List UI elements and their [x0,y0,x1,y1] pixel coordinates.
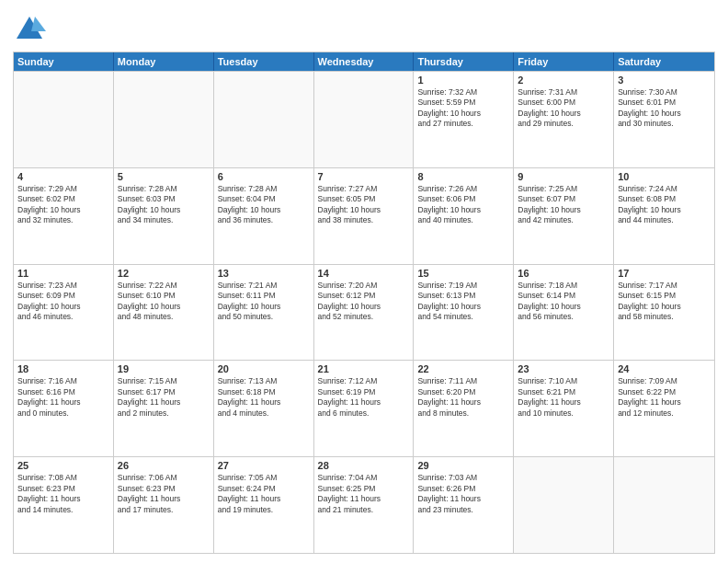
calendar-cell [114,72,214,167]
day-number: 7 [318,171,410,182]
calendar-cell: 27Sunrise: 7:05 AM Sunset: 6:24 PM Dayli… [214,457,314,553]
day-info: Sunrise: 7:29 AM Sunset: 6:02 PM Dayligh… [17,184,109,226]
day-number: 24 [618,363,711,374]
calendar-cell: 19Sunrise: 7:15 AM Sunset: 6:17 PM Dayli… [114,361,214,456]
calendar-cell [14,72,114,167]
calendar-row: 4Sunrise: 7:29 AM Sunset: 6:02 PM Daylig… [14,167,714,264]
day-info: Sunrise: 7:19 AM Sunset: 6:13 PM Dayligh… [417,281,509,323]
day-info: Sunrise: 7:27 AM Sunset: 6:05 PM Dayligh… [318,184,410,226]
day-info: Sunrise: 7:28 AM Sunset: 6:03 PM Dayligh… [118,184,210,226]
logo [13,13,50,46]
calendar-cell: 5Sunrise: 7:28 AM Sunset: 6:03 PM Daylig… [114,168,214,264]
calendar-cell: 10Sunrise: 7:24 AM Sunset: 6:08 PM Dayli… [614,168,714,264]
day-info: Sunrise: 7:30 AM Sunset: 6:01 PM Dayligh… [618,87,711,130]
day-number: 8 [417,171,509,182]
calendar-row: 1Sunrise: 7:32 AM Sunset: 5:59 PM Daylig… [14,71,714,167]
calendar-cell: 15Sunrise: 7:19 AM Sunset: 6:13 PM Dayli… [414,265,514,361]
calendar-cell: 2Sunrise: 7:31 AM Sunset: 6:00 PM Daylig… [514,72,614,167]
calendar-cell: 21Sunrise: 7:12 AM Sunset: 6:19 PM Dayli… [314,361,415,456]
calendar-cell: 26Sunrise: 7:06 AM Sunset: 6:23 PM Dayli… [114,457,214,553]
day-info: Sunrise: 7:21 AM Sunset: 6:11 PM Dayligh… [218,281,310,323]
day-number: 19 [118,363,210,374]
day-info: Sunrise: 7:25 AM Sunset: 6:07 PM Dayligh… [518,184,609,226]
day-info: Sunrise: 7:12 AM Sunset: 6:19 PM Dayligh… [318,376,410,419]
calendar-cell: 8Sunrise: 7:26 AM Sunset: 6:06 PM Daylig… [414,168,514,264]
day-number: 5 [118,171,210,182]
calendar-cell: 6Sunrise: 7:28 AM Sunset: 6:04 PM Daylig… [214,168,314,264]
cal-header-day: Friday [514,52,614,71]
calendar-cell: 23Sunrise: 7:10 AM Sunset: 6:21 PM Dayli… [514,361,614,456]
calendar-cell: 16Sunrise: 7:18 AM Sunset: 6:14 PM Dayli… [514,265,614,361]
calendar-cell: 13Sunrise: 7:21 AM Sunset: 6:11 PM Dayli… [214,265,314,361]
calendar-cell: 17Sunrise: 7:17 AM Sunset: 6:15 PM Dayli… [614,265,714,361]
day-info: Sunrise: 7:15 AM Sunset: 6:17 PM Dayligh… [118,376,210,419]
day-info: Sunrise: 7:23 AM Sunset: 6:09 PM Dayligh… [17,281,109,323]
day-info: Sunrise: 7:22 AM Sunset: 6:10 PM Dayligh… [118,281,210,323]
cal-header-day: Thursday [414,52,514,71]
day-number: 9 [518,171,609,182]
day-number: 4 [17,171,109,182]
calendar-cell [514,457,614,553]
day-number: 2 [518,75,609,86]
calendar-cell: 18Sunrise: 7:16 AM Sunset: 6:16 PM Dayli… [14,361,114,456]
day-number: 28 [318,460,410,471]
calendar-cell [314,72,415,167]
cal-header-day: Wednesday [314,52,415,71]
day-number: 22 [417,363,509,374]
day-number: 29 [417,460,509,471]
calendar-cell: 22Sunrise: 7:11 AM Sunset: 6:20 PM Dayli… [414,361,514,456]
day-number: 27 [218,460,310,471]
calendar-header: SundayMondayTuesdayWednesdayThursdayFrid… [14,52,714,71]
calendar-cell: 29Sunrise: 7:03 AM Sunset: 6:26 PM Dayli… [414,457,514,553]
day-number: 3 [618,75,711,86]
day-info: Sunrise: 7:18 AM Sunset: 6:14 PM Dayligh… [518,281,609,323]
day-info: Sunrise: 7:32 AM Sunset: 5:59 PM Dayligh… [417,87,509,130]
calendar-cell: 24Sunrise: 7:09 AM Sunset: 6:22 PM Dayli… [614,361,714,456]
day-number: 15 [417,268,509,279]
svg-marker-1 [31,17,46,31]
cal-header-day: Saturday [614,52,714,71]
header [13,9,715,46]
calendar-cell: 20Sunrise: 7:13 AM Sunset: 6:18 PM Dayli… [214,361,314,456]
day-info: Sunrise: 7:08 AM Sunset: 6:23 PM Dayligh… [17,473,109,515]
cal-header-day: Monday [114,52,214,71]
day-info: Sunrise: 7:05 AM Sunset: 6:24 PM Dayligh… [218,473,310,515]
calendar-cell: 25Sunrise: 7:08 AM Sunset: 6:23 PM Dayli… [14,457,114,553]
day-number: 23 [518,363,609,374]
day-info: Sunrise: 7:11 AM Sunset: 6:20 PM Dayligh… [417,376,509,419]
calendar-cell: 3Sunrise: 7:30 AM Sunset: 6:01 PM Daylig… [614,72,714,167]
day-number: 1 [417,75,509,86]
page: SundayMondayTuesdayWednesdayThursdayFrid… [0,0,728,563]
cal-header-day: Sunday [14,52,114,71]
calendar-cell: 14Sunrise: 7:20 AM Sunset: 6:12 PM Dayli… [314,265,415,361]
day-number: 26 [118,460,210,471]
day-info: Sunrise: 7:09 AM Sunset: 6:22 PM Dayligh… [618,376,711,419]
calendar-cell: 28Sunrise: 7:04 AM Sunset: 6:25 PM Dayli… [314,457,415,553]
calendar-row: 18Sunrise: 7:16 AM Sunset: 6:16 PM Dayli… [14,360,714,456]
day-info: Sunrise: 7:13 AM Sunset: 6:18 PM Dayligh… [218,376,310,419]
day-info: Sunrise: 7:20 AM Sunset: 6:12 PM Dayligh… [318,281,410,323]
day-number: 10 [618,171,711,182]
day-number: 14 [318,268,410,279]
calendar-cell: 7Sunrise: 7:27 AM Sunset: 6:05 PM Daylig… [314,168,415,264]
day-info: Sunrise: 7:26 AM Sunset: 6:06 PM Dayligh… [417,184,509,226]
day-info: Sunrise: 7:28 AM Sunset: 6:04 PM Dayligh… [218,184,310,226]
calendar-cell: 4Sunrise: 7:29 AM Sunset: 6:02 PM Daylig… [14,168,114,264]
day-number: 25 [17,460,109,471]
calendar-row: 11Sunrise: 7:23 AM Sunset: 6:09 PM Dayli… [14,264,714,361]
calendar-cell [214,72,314,167]
day-info: Sunrise: 7:31 AM Sunset: 6:00 PM Dayligh… [518,87,609,130]
calendar-cell: 9Sunrise: 7:25 AM Sunset: 6:07 PM Daylig… [514,168,614,264]
day-number: 21 [318,363,410,374]
day-number: 20 [218,363,310,374]
calendar-cell: 12Sunrise: 7:22 AM Sunset: 6:10 PM Dayli… [114,265,214,361]
day-info: Sunrise: 7:04 AM Sunset: 6:25 PM Dayligh… [318,473,410,515]
day-info: Sunrise: 7:03 AM Sunset: 6:26 PM Dayligh… [417,473,509,515]
day-info: Sunrise: 7:17 AM Sunset: 6:15 PM Dayligh… [618,281,711,323]
day-number: 12 [118,268,210,279]
day-info: Sunrise: 7:10 AM Sunset: 6:21 PM Dayligh… [518,376,609,419]
calendar-row: 25Sunrise: 7:08 AM Sunset: 6:23 PM Dayli… [14,456,714,553]
day-number: 11 [17,268,109,279]
day-number: 18 [17,363,109,374]
cal-header-day: Tuesday [214,52,314,71]
